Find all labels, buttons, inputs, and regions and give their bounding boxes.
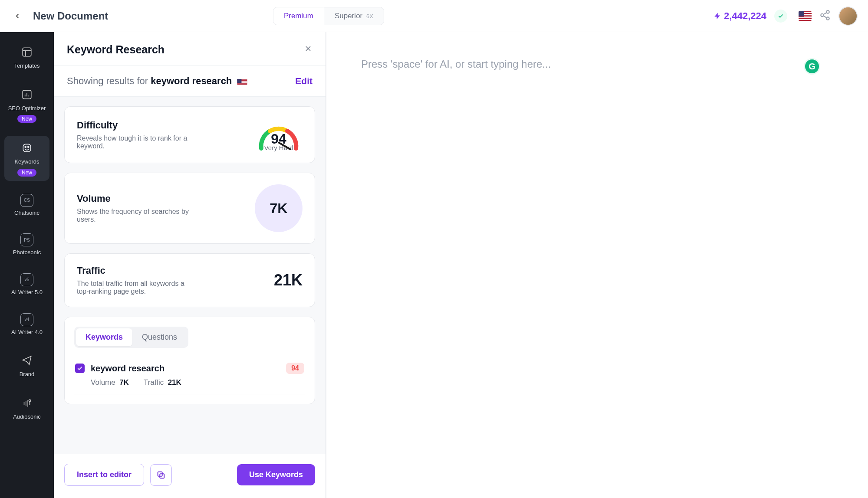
- sidebar-item-photosonic[interactable]: PS Photosonic: [4, 229, 49, 260]
- flag-icon[interactable]: [799, 11, 812, 21]
- results-row: Showing results for keyword research Edi…: [54, 66, 326, 97]
- keyword-panel: Keyword Research Showing results for key…: [54, 32, 326, 498]
- volume-card: Volume Shows the frequency of searches b…: [64, 173, 315, 244]
- keyword-tabs: Keywords Questions: [74, 327, 188, 348]
- keywords-icon: [19, 140, 35, 156]
- svg-rect-4: [799, 17, 812, 18]
- credits-count[interactable]: 2,442,224: [713, 10, 766, 22]
- panel-scroll[interactable]: Difficulty Reveals how tough it is to ra…: [54, 97, 326, 454]
- sidebar-item-ai-writer-4[interactable]: v4 AI Writer 4.0: [4, 309, 49, 340]
- superior-badge: 6X: [366, 13, 373, 20]
- sidebar-item-label: AI Writer 4.0: [11, 329, 43, 336]
- ai-writer-4-icon: v4: [20, 313, 33, 326]
- sidebar-item-label: Brand: [20, 371, 35, 378]
- lightning-icon: [713, 12, 721, 20]
- svg-point-8: [821, 13, 824, 16]
- topbar: New Document Premium Superior 6X 2,442,2…: [0, 0, 868, 32]
- user-avatar[interactable]: [838, 7, 858, 26]
- volume-value: 7K: [255, 184, 302, 232]
- plan-premium[interactable]: Premium: [273, 7, 324, 25]
- keyword-name: keyword research: [91, 364, 280, 374]
- svg-point-9: [826, 17, 829, 20]
- check-icon: [778, 13, 784, 19]
- keyword-checkbox[interactable]: [75, 364, 85, 373]
- editor-placeholder: Press 'space' for AI, or start typing he…: [361, 58, 833, 70]
- difficulty-title: Difficulty: [77, 120, 190, 131]
- panel-footer: Insert to editor Use Keywords: [54, 454, 326, 498]
- traffic-label: Traffic: [144, 378, 164, 387]
- volume-title: Volume: [77, 193, 190, 204]
- sidebar-item-label: Keywords: [14, 158, 39, 165]
- svg-point-26: [29, 400, 30, 401]
- traffic-sub: The total traffic from all keywords a to…: [77, 280, 190, 295]
- grammarly-icon[interactable]: G: [804, 58, 820, 75]
- templates-icon: [19, 44, 35, 60]
- copy-button[interactable]: [150, 464, 172, 486]
- brand-icon: [19, 353, 35, 368]
- share-button[interactable]: [819, 10, 831, 23]
- tab-questions[interactable]: Questions: [132, 328, 187, 346]
- sidebar-item-label: Chatsonic: [14, 210, 39, 216]
- back-button[interactable]: [10, 9, 24, 23]
- traffic-title: Traffic: [77, 265, 190, 276]
- chatsonic-icon: CS: [20, 194, 33, 207]
- plan-switcher: Premium Superior 6X: [273, 7, 384, 25]
- traffic-meta-value: 21K: [168, 378, 181, 387]
- svg-rect-35: [237, 79, 242, 83]
- close-icon: [304, 44, 312, 53]
- traffic-value: 21K: [274, 271, 302, 289]
- svg-rect-12: [23, 48, 31, 56]
- use-keywords-button[interactable]: Use Keywords: [237, 464, 315, 485]
- sidebar-item-audiosonic[interactable]: Audiosonic: [4, 391, 49, 425]
- svg-point-7: [826, 10, 829, 13]
- sidebar-item-chatsonic[interactable]: CS Chatsonic: [4, 190, 49, 221]
- results-term: keyword research: [151, 75, 232, 86]
- status-check[interactable]: [774, 10, 787, 23]
- plan-superior-label: Superior: [335, 12, 362, 20]
- svg-rect-6: [799, 11, 804, 16]
- keyword-meta: Volume 7K Traffic 21K: [75, 374, 304, 390]
- tab-keywords[interactable]: Keywords: [76, 328, 132, 346]
- results-text: Showing results for keyword research: [67, 75, 247, 87]
- results-prefix: Showing results for: [67, 75, 148, 86]
- insert-to-editor-button[interactable]: Insert to editor: [64, 464, 144, 486]
- svg-line-11: [823, 16, 827, 17]
- flag-icon: [237, 78, 247, 85]
- check-icon: [77, 365, 83, 371]
- copy-icon: [156, 470, 166, 480]
- panel-header: Keyword Research: [54, 32, 326, 66]
- svg-line-10: [823, 13, 827, 14]
- credits-value: 2,442,224: [724, 10, 766, 22]
- traffic-card: Traffic The total traffic from all keywo…: [64, 253, 315, 307]
- difficulty-value: 94: [255, 131, 302, 147]
- sidebar-item-label: AI Writer 5.0: [11, 289, 43, 296]
- new-badge: New: [17, 115, 36, 123]
- sidebar-item-templates[interactable]: Templates: [4, 40, 49, 74]
- edit-button[interactable]: Edit: [295, 76, 312, 86]
- svg-rect-33: [237, 84, 247, 85]
- plan-superior[interactable]: Superior 6X: [324, 7, 384, 25]
- svg-rect-19: [23, 144, 30, 152]
- top-right-controls: 2,442,224: [713, 7, 858, 26]
- svg-rect-5: [799, 19, 812, 20]
- difficulty-card: Difficulty Reveals how tough it is to ra…: [64, 106, 315, 163]
- document-title[interactable]: New Document: [33, 10, 108, 22]
- svg-point-20: [25, 146, 26, 147]
- audiosonic-icon: [19, 395, 35, 411]
- panel-title: Keyword Research: [67, 43, 164, 56]
- svg-point-21: [28, 146, 29, 147]
- sidebar-item-seo-optimizer[interactable]: SEO Optimizer New: [4, 82, 49, 128]
- keyword-row[interactable]: keyword research 94 Volume 7K Traffic 21…: [74, 358, 305, 394]
- close-button[interactable]: [304, 44, 312, 56]
- editor-area[interactable]: Press 'space' for AI, or start typing he…: [326, 32, 868, 498]
- sidebar-item-brand[interactable]: Brand: [4, 348, 49, 382]
- difficulty-sub: Reveals how tough it is to rank for a ke…: [77, 134, 190, 150]
- share-icon: [819, 10, 831, 21]
- sidebar-item-ai-writer-5[interactable]: v5 AI Writer 5.0: [4, 269, 49, 300]
- chevron-left-icon: [13, 12, 21, 20]
- ai-writer-5-icon: v5: [20, 273, 33, 286]
- sidebar-item-keywords[interactable]: Keywords New: [4, 136, 49, 181]
- difficulty-gauge: 94 Very Hard: [255, 118, 302, 151]
- sidebar-item-label: Audiosonic: [13, 413, 41, 420]
- sidebar-item-label: SEO Optimizer: [8, 105, 46, 112]
